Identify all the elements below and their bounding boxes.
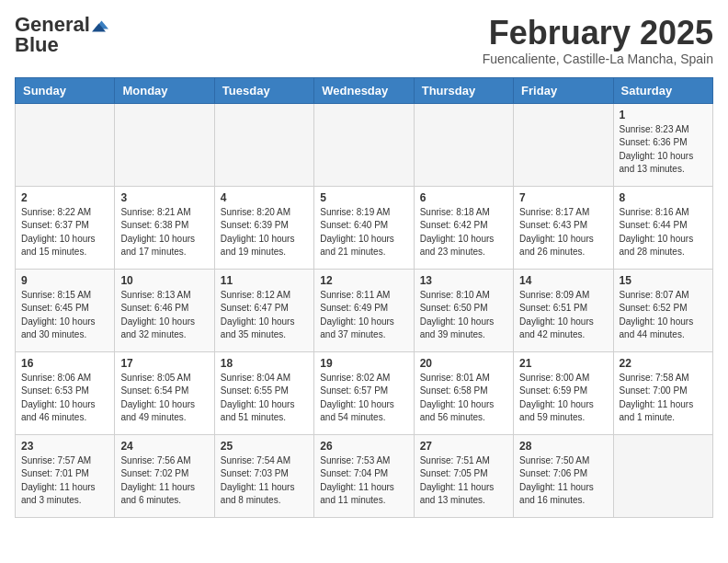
day-number: 20 bbox=[420, 357, 507, 370]
day-cell: 20Sunrise: 8:01 AM Sunset: 6:58 PM Dayli… bbox=[414, 351, 513, 434]
day-number: 10 bbox=[120, 274, 208, 287]
weekday-saturday: Saturday bbox=[613, 77, 712, 103]
day-cell: 26Sunrise: 7:53 AM Sunset: 7:04 PM Dayli… bbox=[314, 434, 414, 517]
day-info: Sunrise: 8:23 AM Sunset: 6:36 PM Dayligh… bbox=[620, 123, 707, 177]
day-number: 15 bbox=[620, 274, 707, 287]
day-cell: 24Sunrise: 7:56 AM Sunset: 7:02 PM Dayli… bbox=[115, 434, 214, 517]
day-cell: 27Sunrise: 7:51 AM Sunset: 7:05 PM Dayli… bbox=[414, 434, 513, 517]
day-info: Sunrise: 8:22 AM Sunset: 6:37 PM Dayligh… bbox=[21, 206, 108, 259]
day-number: 4 bbox=[221, 191, 308, 204]
day-info: Sunrise: 8:18 AM Sunset: 6:42 PM Dayligh… bbox=[420, 206, 507, 259]
day-number: 3 bbox=[120, 191, 208, 204]
day-cell: 14Sunrise: 8:09 AM Sunset: 6:51 PM Dayli… bbox=[514, 269, 613, 351]
weekday-friday: Friday bbox=[514, 77, 613, 103]
day-number: 12 bbox=[320, 274, 407, 287]
page-header: General Blue February 2025 Fuencaliente,… bbox=[15, 15, 713, 66]
day-info: Sunrise: 8:02 AM Sunset: 6:57 PM Dayligh… bbox=[320, 372, 407, 425]
day-cell: 8Sunrise: 8:16 AM Sunset: 6:44 PM Daylig… bbox=[613, 186, 712, 269]
day-info: Sunrise: 8:20 AM Sunset: 6:39 PM Dayligh… bbox=[221, 206, 308, 259]
day-number: 17 bbox=[120, 357, 208, 370]
day-number: 25 bbox=[221, 440, 308, 453]
day-info: Sunrise: 8:16 AM Sunset: 6:44 PM Dayligh… bbox=[620, 206, 707, 259]
day-number: 7 bbox=[519, 191, 607, 204]
day-cell: 22Sunrise: 7:58 AM Sunset: 7:00 PM Dayli… bbox=[613, 351, 712, 434]
day-number: 11 bbox=[221, 274, 308, 287]
day-info: Sunrise: 8:06 AM Sunset: 6:53 PM Dayligh… bbox=[21, 372, 108, 425]
day-info: Sunrise: 8:00 AM Sunset: 6:59 PM Dayligh… bbox=[519, 372, 607, 425]
day-cell: 16Sunrise: 8:06 AM Sunset: 6:53 PM Dayli… bbox=[16, 351, 115, 434]
day-info: Sunrise: 8:07 AM Sunset: 6:52 PM Dayligh… bbox=[620, 289, 707, 342]
day-cell bbox=[414, 103, 513, 186]
weekday-wednesday: Wednesday bbox=[314, 77, 414, 103]
day-number: 1 bbox=[620, 109, 707, 121]
day-cell: 2Sunrise: 8:22 AM Sunset: 6:37 PM Daylig… bbox=[16, 186, 115, 269]
day-cell: 1Sunrise: 8:23 AM Sunset: 6:36 PM Daylig… bbox=[613, 103, 712, 186]
day-info: Sunrise: 8:04 AM Sunset: 6:55 PM Dayligh… bbox=[221, 372, 308, 425]
day-cell bbox=[613, 434, 712, 517]
logo-icon bbox=[92, 17, 108, 33]
day-number: 27 bbox=[420, 440, 507, 453]
day-cell: 15Sunrise: 8:07 AM Sunset: 6:52 PM Dayli… bbox=[613, 269, 712, 351]
day-number: 2 bbox=[21, 191, 108, 204]
day-cell: 21Sunrise: 8:00 AM Sunset: 6:59 PM Dayli… bbox=[514, 351, 613, 434]
weekday-monday: Monday bbox=[115, 77, 214, 103]
day-cell: 3Sunrise: 8:21 AM Sunset: 6:38 PM Daylig… bbox=[115, 186, 214, 269]
logo-general: General bbox=[15, 15, 90, 35]
day-info: Sunrise: 8:21 AM Sunset: 6:38 PM Dayligh… bbox=[120, 206, 208, 259]
day-cell: 10Sunrise: 8:13 AM Sunset: 6:46 PM Dayli… bbox=[115, 269, 214, 351]
day-number: 28 bbox=[519, 440, 607, 453]
day-cell bbox=[16, 103, 115, 186]
day-info: Sunrise: 8:05 AM Sunset: 6:54 PM Dayligh… bbox=[120, 372, 208, 425]
title-block: February 2025 Fuencaliente, Castille-La … bbox=[483, 15, 713, 66]
day-cell bbox=[514, 103, 613, 186]
day-info: Sunrise: 7:51 AM Sunset: 7:05 PM Dayligh… bbox=[420, 454, 507, 508]
day-number: 16 bbox=[21, 357, 108, 370]
day-info: Sunrise: 8:01 AM Sunset: 6:58 PM Dayligh… bbox=[420, 372, 507, 425]
month-title: February 2025 bbox=[483, 15, 713, 52]
day-number: 6 bbox=[420, 191, 507, 204]
day-cell: 5Sunrise: 8:19 AM Sunset: 6:40 PM Daylig… bbox=[314, 186, 414, 269]
day-number: 13 bbox=[420, 274, 507, 287]
day-number: 9 bbox=[21, 274, 108, 287]
week-row-1: 1Sunrise: 8:23 AM Sunset: 6:36 PM Daylig… bbox=[16, 103, 713, 186]
day-cell: 17Sunrise: 8:05 AM Sunset: 6:54 PM Dayli… bbox=[115, 351, 214, 434]
day-cell: 28Sunrise: 7:50 AM Sunset: 7:06 PM Dayli… bbox=[514, 434, 613, 517]
day-number: 26 bbox=[320, 440, 407, 453]
day-info: Sunrise: 8:19 AM Sunset: 6:40 PM Dayligh… bbox=[320, 206, 407, 259]
day-number: 19 bbox=[320, 357, 407, 370]
day-cell: 18Sunrise: 8:04 AM Sunset: 6:55 PM Dayli… bbox=[214, 351, 313, 434]
calendar-table: SundayMondayTuesdayWednesdayThursdayFrid… bbox=[15, 77, 713, 518]
week-row-5: 23Sunrise: 7:57 AM Sunset: 7:01 PM Dayli… bbox=[16, 434, 713, 517]
day-info: Sunrise: 7:57 AM Sunset: 7:01 PM Dayligh… bbox=[21, 454, 108, 508]
day-info: Sunrise: 7:56 AM Sunset: 7:02 PM Dayligh… bbox=[120, 454, 208, 508]
day-number: 22 bbox=[620, 357, 707, 370]
day-cell: 12Sunrise: 8:11 AM Sunset: 6:49 PM Dayli… bbox=[314, 269, 414, 351]
day-cell: 4Sunrise: 8:20 AM Sunset: 6:39 PM Daylig… bbox=[214, 186, 313, 269]
day-number: 5 bbox=[320, 191, 407, 204]
location: Fuencaliente, Castille-La Mancha, Spain bbox=[483, 52, 713, 66]
calendar-body: 1Sunrise: 8:23 AM Sunset: 6:36 PM Daylig… bbox=[16, 103, 713, 517]
day-info: Sunrise: 7:58 AM Sunset: 7:00 PM Dayligh… bbox=[620, 372, 707, 425]
logo-blue: Blue bbox=[15, 35, 59, 55]
day-cell: 19Sunrise: 8:02 AM Sunset: 6:57 PM Dayli… bbox=[314, 351, 414, 434]
day-number: 23 bbox=[21, 440, 108, 453]
weekday-thursday: Thursday bbox=[414, 77, 513, 103]
day-number: 14 bbox=[519, 274, 607, 287]
day-cell: 7Sunrise: 8:17 AM Sunset: 6:43 PM Daylig… bbox=[514, 186, 613, 269]
weekday-tuesday: Tuesday bbox=[214, 77, 313, 103]
day-number: 21 bbox=[519, 357, 607, 370]
week-row-2: 2Sunrise: 8:22 AM Sunset: 6:37 PM Daylig… bbox=[16, 186, 713, 269]
day-cell bbox=[314, 103, 414, 186]
day-number: 24 bbox=[120, 440, 208, 453]
day-cell: 25Sunrise: 7:54 AM Sunset: 7:03 PM Dayli… bbox=[214, 434, 313, 517]
day-cell: 13Sunrise: 8:10 AM Sunset: 6:50 PM Dayli… bbox=[414, 269, 513, 351]
week-row-3: 9Sunrise: 8:15 AM Sunset: 6:45 PM Daylig… bbox=[16, 269, 713, 351]
weekday-sunday: Sunday bbox=[16, 77, 115, 103]
day-cell: 9Sunrise: 8:15 AM Sunset: 6:45 PM Daylig… bbox=[16, 269, 115, 351]
day-info: Sunrise: 7:53 AM Sunset: 7:04 PM Dayligh… bbox=[320, 454, 407, 508]
day-cell: 6Sunrise: 8:18 AM Sunset: 6:42 PM Daylig… bbox=[414, 186, 513, 269]
day-number: 8 bbox=[620, 191, 707, 204]
day-info: Sunrise: 8:15 AM Sunset: 6:45 PM Dayligh… bbox=[21, 289, 108, 342]
weekday-header-row: SundayMondayTuesdayWednesdayThursdayFrid… bbox=[16, 77, 713, 103]
day-info: Sunrise: 8:12 AM Sunset: 6:47 PM Dayligh… bbox=[221, 289, 308, 342]
